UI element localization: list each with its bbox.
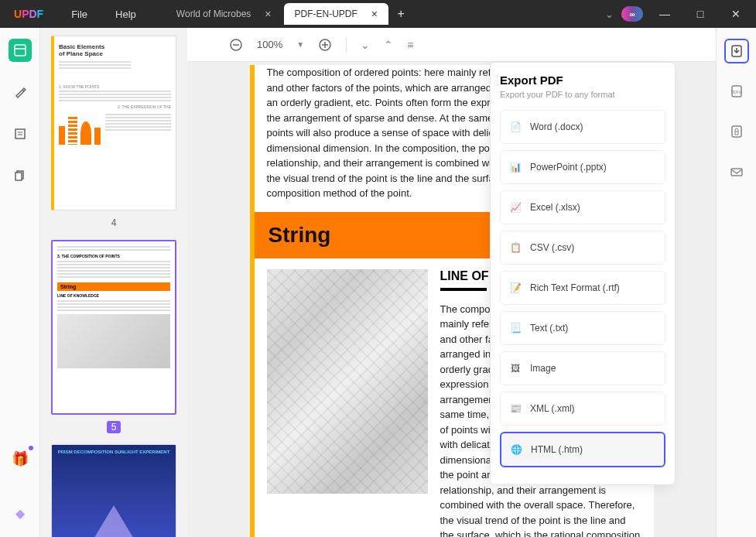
left-rail: 🎁 ◆: [0, 28, 40, 537]
export-subtitle: Export your PDF to any format: [500, 90, 665, 99]
titlebar: UPDF File Help World of Microbes × PDF-E…: [0, 0, 756, 28]
tab-world-of-microbes[interactable]: World of Microbes ×: [166, 3, 282, 25]
zoom-out-button[interactable]: [229, 38, 243, 52]
minimize-button[interactable]: —: [651, 3, 679, 25]
export-icon: [730, 44, 744, 58]
close-window-button[interactable]: ✕: [722, 3, 750, 25]
export-label: Excel (.xlsx): [530, 202, 580, 213]
lock-icon: [730, 125, 744, 139]
layers-icon: ◆: [15, 506, 25, 521]
page-number: 5: [107, 421, 121, 433]
export-option-word[interactable]: 📄Word (.docx): [500, 110, 665, 144]
scroll-up-button[interactable]: ⌃: [384, 39, 393, 51]
thumb-title: Basic Elements of Plane Space: [59, 44, 105, 58]
zoom-in-button[interactable]: [318, 38, 332, 52]
chevron-down-icon[interactable]: ⌄: [605, 9, 614, 20]
menu-file[interactable]: File: [57, 9, 101, 20]
menu-help[interactable]: Help: [101, 9, 150, 20]
edit-tool-button[interactable]: [9, 122, 32, 145]
tab-label: World of Microbes: [176, 9, 251, 19]
thumbnails-button[interactable]: [9, 39, 32, 62]
export-option-excel[interactable]: 📈Excel (.xlsx): [500, 190, 665, 224]
export-label: PowerPoint (.pptx): [530, 162, 607, 173]
maximize-button[interactable]: □: [686, 3, 714, 25]
zoom-value[interactable]: 100%: [257, 39, 282, 50]
export-label: Rich Text Format (.rtf): [530, 282, 620, 293]
thumbnail-page-6[interactable]: PRISM DECOMPOSITION SUNLIGHT EXPERIMENT: [51, 444, 176, 537]
app-logo: UPDF: [0, 8, 57, 20]
protect-button[interactable]: [724, 119, 749, 144]
export-option-text[interactable]: 📃Text (.txt): [500, 311, 665, 345]
email-button[interactable]: [724, 159, 749, 184]
image-icon: 🖼: [508, 361, 522, 375]
export-title: Export PDF: [500, 74, 665, 87]
document-tabs: World of Microbes × PDF-EN-UPDF × +: [166, 0, 412, 28]
scroll-down-button[interactable]: ⌄: [361, 39, 370, 51]
rtf-icon: 📝: [508, 281, 522, 295]
thumb-title: PRISM DECOMPOSITION SUNLIGHT EXPERIMENT: [56, 450, 171, 455]
thumb-heading: 1. KNOW THE POINTS: [59, 84, 171, 89]
export-option-rtf[interactable]: 📝Rich Text Format (.rtf): [500, 271, 665, 305]
close-icon[interactable]: ×: [265, 8, 271, 20]
thumb-string-bar: String: [57, 282, 170, 291]
export-label: XML (.xml): [530, 403, 575, 414]
right-rail: PDF/A: [716, 28, 756, 537]
new-tab-button[interactable]: +: [390, 7, 412, 21]
thumbnail-page-4[interactable]: Basic Elements of Plane Space 1. KNOW TH…: [51, 36, 176, 229]
thumb-heading: 3. THE COMPOSITION OF POINTS: [57, 254, 170, 258]
xml-icon: 📰: [508, 402, 522, 416]
svg-rect-6: [15, 173, 22, 180]
svg-rect-17: [731, 169, 742, 176]
export-label: Image: [530, 363, 556, 374]
export-label: Word (.docx): [530, 121, 583, 132]
gift-icon: 🎁: [12, 450, 29, 467]
thumb-subheading: LINE OF KNOWLEDGE: [57, 293, 170, 298]
view-toolbar: 100% ▼ ⌄ ⌃ ≡: [187, 28, 716, 62]
page-number: 4: [111, 217, 117, 228]
main-area: 100% ▼ ⌄ ⌃ ≡ The composition of ordered …: [187, 28, 716, 537]
close-icon[interactable]: ×: [371, 8, 378, 20]
svg-text:PDF/A: PDF/A: [730, 90, 742, 94]
pdf-a-button[interactable]: PDF/A: [724, 79, 749, 104]
svg-rect-2: [15, 129, 25, 139]
page-jump-button[interactable]: ≡: [407, 39, 413, 51]
zoom-dropdown[interactable]: ▼: [296, 40, 304, 49]
thumbnail-panel: Basic Elements of Plane Space 1. KNOW TH…: [40, 28, 187, 537]
svg-rect-16: [735, 132, 738, 135]
thumbnails-icon: [14, 44, 26, 56]
pencil-icon: [14, 86, 26, 98]
layers-button[interactable]: ◆: [9, 501, 32, 525]
envelope-icon: [730, 165, 744, 179]
pages-tool-button[interactable]: [9, 164, 32, 187]
export-label: HTML (.htm): [531, 444, 583, 455]
export-button[interactable]: [724, 39, 749, 63]
excel-icon: 📈: [508, 200, 522, 214]
csv-icon: 📋: [508, 241, 522, 255]
ai-icon[interactable]: ∞: [621, 6, 643, 22]
article-image: [267, 269, 428, 494]
export-option-image[interactable]: 🖼Image: [500, 351, 665, 385]
export-option-powerpoint[interactable]: 📊PowerPoint (.pptx): [500, 150, 665, 184]
tab-pdf-en-updf[interactable]: PDF-EN-UPDF ×: [284, 3, 389, 25]
edit-icon: [14, 128, 26, 140]
export-option-xml[interactable]: 📰XML (.xml): [500, 392, 665, 426]
export-panel: Export PDF Export your PDF to any format…: [490, 62, 676, 485]
thumbnail-page-5[interactable]: 3. THE COMPOSITION OF POINTS String LINE…: [51, 240, 176, 433]
export-option-csv[interactable]: 📋CSV (.csv): [500, 231, 665, 265]
export-label: CSV (.csv): [530, 242, 574, 253]
export-label: Text (.txt): [530, 323, 568, 333]
minus-circle-icon: [229, 38, 243, 52]
pdfa-icon: PDF/A: [730, 84, 744, 98]
text-icon: 📃: [508, 321, 522, 335]
svg-rect-0: [15, 45, 26, 56]
export-option-html[interactable]: 🌐HTML (.htm): [500, 432, 665, 467]
word-icon: 📄: [508, 120, 522, 134]
tab-label: PDF-EN-UPDF: [295, 9, 357, 19]
plus-circle-icon: [318, 38, 332, 52]
powerpoint-icon: 📊: [508, 160, 522, 174]
gift-button[interactable]: 🎁: [9, 447, 32, 470]
comment-tool-button[interactable]: [9, 80, 32, 104]
pages-icon: [14, 169, 26, 182]
html-icon: 🌐: [509, 443, 523, 457]
